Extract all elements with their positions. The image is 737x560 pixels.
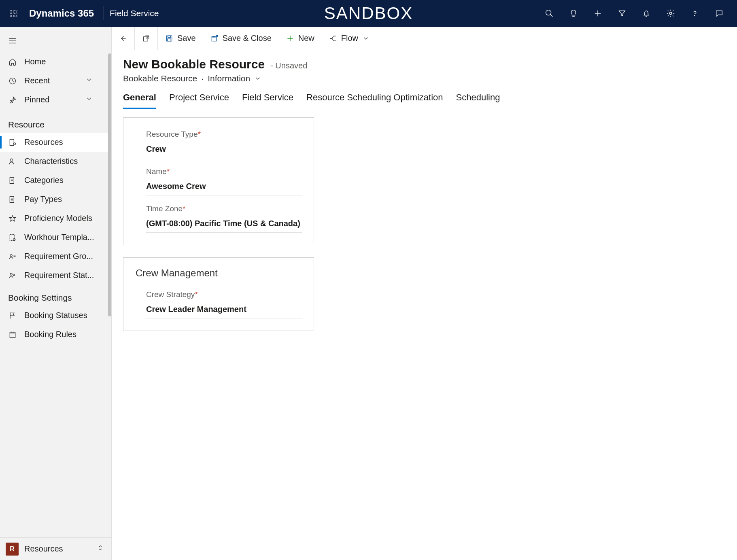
command-bar: Save Save & Close New Flow	[112, 27, 737, 50]
calendar-icon	[8, 331, 17, 339]
sidebar-item-bookingstatuses[interactable]: Booking Statuses	[0, 306, 108, 325]
tab-project-service[interactable]: Project Service	[169, 92, 229, 107]
field-resource-type[interactable]: Resource Type* Crew	[135, 127, 302, 158]
sidebar-item-label: Booking Rules	[24, 330, 76, 339]
svg-point-36	[10, 273, 12, 275]
field-value[interactable]: Crew Leader Management	[146, 299, 302, 318]
module-label[interactable]: Field Service	[110, 8, 159, 18]
svg-rect-21	[10, 139, 14, 145]
sidebar-item-bookingrules[interactable]: Booking Rules	[0, 325, 108, 344]
chevron-down-icon[interactable]	[254, 75, 261, 82]
svg-point-4	[13, 13, 14, 14]
filter-icon[interactable]	[610, 0, 634, 27]
tab-scheduling[interactable]: Scheduling	[456, 92, 500, 107]
svg-rect-31	[10, 234, 15, 240]
sidebar-item-workhour[interactable]: Workhour Templa...	[0, 228, 108, 247]
star-icon	[8, 214, 17, 223]
group-icon	[8, 252, 17, 261]
add-icon[interactable]	[586, 0, 610, 27]
svg-rect-47	[168, 36, 171, 37]
field-label: Resource Type*	[146, 130, 302, 139]
people-icon	[8, 272, 17, 280]
form-section-crew: Crew Management Crew Strategy* Crew Lead…	[123, 257, 314, 331]
brand-separator	[104, 6, 104, 20]
gear-icon[interactable]	[658, 0, 683, 27]
popout-button[interactable]	[135, 27, 158, 50]
area-switcher[interactable]: R Resources	[0, 537, 111, 560]
section-title: Crew Management	[136, 267, 302, 279]
categories-icon	[8, 176, 17, 185]
sidebar-item-paytypes[interactable]: Pay Types	[0, 190, 108, 209]
new-button[interactable]: New	[279, 27, 322, 50]
field-crew-strategy[interactable]: Crew Strategy* Crew Leader Management	[135, 288, 302, 318]
tab-field-service[interactable]: Field Service	[242, 92, 293, 107]
tab-general[interactable]: General	[123, 92, 156, 107]
flow-label: Flow	[341, 34, 358, 43]
sidebar-item-label: Categories	[24, 176, 64, 185]
sidebar-scrollbar[interactable]	[108, 53, 111, 316]
sidebar: Home Recent Pinned Resource Resources	[0, 27, 112, 560]
field-timezone[interactable]: Time Zone* (GMT-08:00) Pacific Time (US …	[135, 202, 302, 233]
brand-label[interactable]: Dynamics 365	[29, 8, 94, 19]
svg-point-37	[13, 274, 15, 276]
top-nav: Dynamics 365 Field Service SANDBOX	[0, 0, 737, 27]
svg-line-10	[550, 15, 553, 17]
main: Save Save & Close New Flow New Bookable …	[112, 27, 737, 560]
template-icon	[8, 233, 17, 242]
sidebar-item-reqstatus[interactable]: Requirement Stat...	[0, 266, 108, 285]
clock-icon	[8, 77, 17, 85]
svg-point-7	[13, 15, 14, 17]
save-close-button[interactable]: Save & Close	[203, 27, 279, 50]
bell-icon[interactable]	[634, 0, 658, 27]
field-label: Time Zone*	[146, 204, 302, 213]
lightbulb-icon[interactable]	[561, 0, 586, 27]
sidebar-item-proficiency[interactable]: Proficiency Models	[0, 209, 108, 228]
svg-point-16	[695, 15, 695, 16]
sidebar-item-label: Home	[24, 57, 46, 66]
sidebar-toggle[interactable]	[0, 32, 108, 52]
svg-point-6	[11, 15, 12, 17]
svg-point-1	[13, 10, 14, 11]
sidebar-item-pinned[interactable]: Pinned	[0, 90, 108, 109]
sidebar-item-home[interactable]: Home	[0, 52, 108, 71]
sidebar-item-label: Recent	[24, 76, 50, 85]
new-label: New	[298, 34, 314, 43]
back-button[interactable]	[112, 27, 135, 50]
sidebar-section-booking: Booking Settings	[0, 285, 108, 306]
chevron-updown-icon	[97, 544, 104, 554]
field-value[interactable]: Crew	[146, 139, 302, 158]
form-name[interactable]: Information	[208, 74, 250, 83]
paytypes-icon	[8, 195, 17, 204]
entity-sep: ·	[201, 74, 204, 83]
sidebar-item-label: Requirement Gro...	[24, 252, 93, 261]
sidebar-item-label: Proficiency Models	[24, 214, 92, 223]
entity-name: Bookable Resource	[123, 74, 197, 83]
save-button[interactable]: Save	[158, 27, 203, 50]
svg-rect-50	[212, 36, 215, 38]
sidebar-item-recent[interactable]: Recent	[0, 71, 108, 90]
help-icon[interactable]	[683, 0, 707, 27]
person-icon	[8, 157, 17, 165]
sidebar-item-label: Booking Statuses	[24, 311, 87, 320]
search-icon[interactable]	[537, 0, 561, 27]
sidebar-item-resources[interactable]: Resources	[0, 133, 108, 152]
area-label: Resources	[24, 544, 63, 554]
home-icon	[8, 58, 17, 66]
area-badge: R	[6, 543, 19, 556]
sidebar-item-categories[interactable]: Categories	[0, 171, 108, 190]
tab-rso[interactable]: Resource Scheduling Optimization	[306, 92, 443, 107]
tab-bar: General Project Service Field Service Re…	[123, 92, 726, 107]
field-value[interactable]: Awesome Crew	[146, 176, 302, 195]
sidebar-section-resource: Resource	[0, 112, 108, 133]
resource-icon	[8, 138, 17, 146]
chat-icon[interactable]	[707, 0, 731, 27]
chevron-down-icon	[362, 35, 370, 42]
sidebar-item-characteristics[interactable]: Characteristics	[0, 152, 108, 171]
flow-button[interactable]: Flow	[322, 27, 377, 50]
field-value[interactable]: (GMT-08:00) Pacific Time (US & Canada)	[146, 213, 302, 233]
app-launcher-icon[interactable]	[6, 9, 22, 17]
field-name[interactable]: Name* Awesome Crew	[135, 165, 302, 195]
sidebar-item-reqgroups[interactable]: Requirement Gro...	[0, 247, 108, 266]
svg-rect-48	[168, 38, 171, 41]
svg-line-45	[146, 36, 149, 38]
